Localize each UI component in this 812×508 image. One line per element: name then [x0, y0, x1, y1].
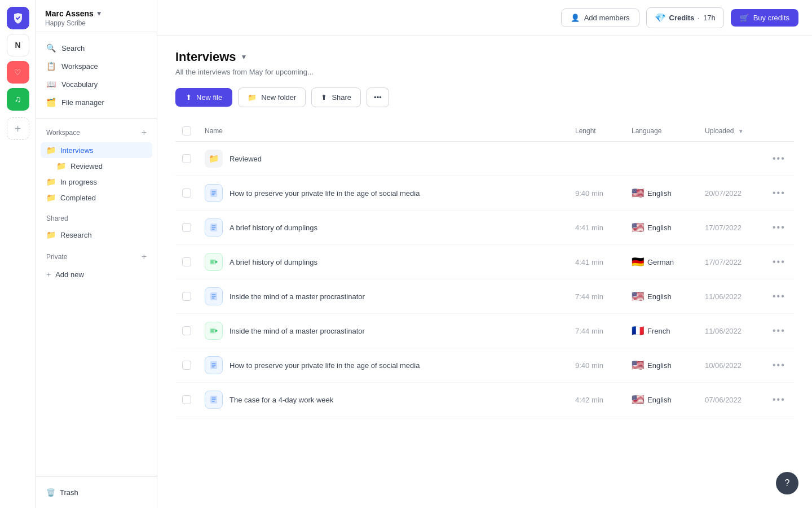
row-more-button[interactable]: •••: [773, 188, 787, 198]
new-folder-button[interactable]: 📁 New folder: [238, 87, 306, 107]
language-name: English: [647, 396, 672, 404]
row-checkbox[interactable]: [182, 292, 191, 301]
private-add-button[interactable]: +: [142, 252, 147, 262]
page-title-row: Interviews ▼: [175, 50, 794, 64]
more-options-button[interactable]: •••: [367, 87, 389, 107]
row-checkbox[interactable]: [182, 154, 191, 163]
tree-item-in-progress[interactable]: 📁 In progress: [41, 174, 152, 190]
table-row[interactable]: Inside the mind of a master procrastinat…: [175, 314, 794, 348]
sidebar: Marc Assens ▼ Happy Scribe 🔍 Search 📋 Wo…: [36, 0, 157, 508]
trash-icon: 🗑️: [46, 488, 55, 497]
new-file-button[interactable]: ⬆ New file: [175, 88, 232, 107]
col-header-name: Name: [198, 121, 568, 142]
language-name: English: [647, 292, 672, 301]
airbnb-app-icon[interactable]: ♡: [7, 61, 29, 84]
credits-badge[interactable]: 💎 Credits · 17h: [646, 7, 724, 28]
row-more-button[interactable]: •••: [773, 154, 787, 164]
main-content: 👤 Add members 💎 Credits · 17h 🛒 Buy cred…: [157, 0, 812, 508]
file-length: 9:40 min: [568, 348, 625, 383]
file-uploaded-date: 11/06/2022: [698, 314, 766, 348]
add-new-icon: +: [46, 270, 51, 279]
sidebar-item-file-manager[interactable]: 🗂️ File manager: [41, 93, 152, 111]
table-row[interactable]: The case for a 4-day work week4:42 min🇺🇸…: [175, 383, 794, 417]
table-row[interactable]: A brief history of dumplings4:41 min🇺🇸En…: [175, 211, 794, 245]
file-name: How to preserve your private life in the…: [230, 361, 420, 370]
page-title: Interviews: [175, 50, 236, 64]
row-more-button[interactable]: •••: [773, 222, 787, 233]
row-more-button[interactable]: •••: [773, 326, 787, 336]
buy-credits-button[interactable]: 🛒 Buy credits: [731, 9, 798, 27]
user-subtitle: Happy Scribe: [45, 19, 148, 27]
tree-item-research[interactable]: 📁 Research: [41, 227, 152, 243]
language-name: English: [647, 361, 672, 370]
spotify-app-icon[interactable]: ♫: [7, 88, 29, 111]
notion-app-icon[interactable]: N: [7, 34, 29, 56]
user-name[interactable]: Marc Assens ▼: [45, 9, 148, 18]
language-name: German: [647, 258, 674, 266]
file-length: 4:41 min: [568, 245, 625, 279]
header: 👤 Add members 💎 Credits · 17h 🛒 Buy cred…: [157, 0, 812, 36]
share-button[interactable]: ⬆ Share: [311, 87, 361, 107]
row-more-button[interactable]: •••: [773, 257, 787, 267]
row-more-button[interactable]: •••: [773, 360, 787, 370]
file-name: How to preserve your private life in the…: [230, 189, 420, 198]
table-row[interactable]: How to preserve your private life in the…: [175, 176, 794, 211]
help-button[interactable]: ?: [776, 472, 798, 494]
table-row[interactable]: Inside the mind of a master procrastinat…: [175, 279, 794, 314]
file-name: A brief history of dumplings: [230, 258, 317, 266]
folder-icon: 📁: [46, 193, 56, 202]
language-name: English: [647, 189, 672, 198]
table-row[interactable]: 📁Reviewed•••: [175, 142, 794, 176]
sidebar-item-workspace[interactable]: 📋 Workspace: [41, 57, 152, 75]
select-all-checkbox[interactable]: [182, 126, 191, 135]
workspace-icon: 📋: [46, 62, 56, 71]
content-area: Interviews ▼ All the interviews from May…: [157, 36, 812, 508]
row-more-button[interactable]: •••: [773, 291, 787, 301]
video-icon: [205, 322, 223, 340]
row-checkbox[interactable]: [182, 395, 191, 404]
add-app-button[interactable]: +: [7, 117, 29, 140]
file-length: 7:44 min: [568, 314, 625, 348]
tree-item-completed[interactable]: 📁 Completed: [41, 190, 152, 205]
language-flag: 🇺🇸: [632, 393, 644, 406]
add-members-button[interactable]: 👤 Add members: [561, 8, 639, 27]
sidebar-item-workspace-label: Workspace: [61, 62, 98, 71]
workspace-add-button[interactable]: +: [142, 128, 147, 138]
add-new-item[interactable]: + Add new: [41, 266, 152, 282]
shared-section-header: Shared: [41, 212, 152, 225]
row-checkbox[interactable]: [182, 189, 191, 198]
files-table: Name Lenght Language Uploaded ▼ 📁Reviewe…: [175, 121, 794, 417]
doc-icon: [205, 218, 223, 237]
tree-item-reviewed[interactable]: 📁 Reviewed: [41, 158, 152, 174]
sidebar-item-vocabulary[interactable]: 📖 Vocabulary: [41, 75, 152, 93]
folder-icon: 📁: [205, 150, 223, 168]
toolbar: ⬆ New file 📁 New folder ⬆ Share •••: [175, 87, 794, 107]
table-row[interactable]: How to preserve your private life in the…: [175, 348, 794, 383]
search-icon: 🔍: [46, 43, 56, 52]
sidebar-item-search[interactable]: 🔍 Search: [41, 39, 152, 57]
sort-icon: ▼: [738, 128, 744, 134]
table-row[interactable]: A brief history of dumplings4:41 min🇩🇪Ge…: [175, 245, 794, 279]
row-checkbox[interactable]: [182, 326, 191, 335]
file-uploaded-date: 17/07/2022: [698, 211, 766, 245]
app-logo[interactable]: [7, 7, 29, 29]
row-checkbox[interactable]: [182, 361, 191, 370]
page-title-chevron-icon[interactable]: ▼: [241, 53, 248, 61]
row-checkbox[interactable]: [182, 257, 191, 266]
sidebar-item-search-label: Search: [61, 44, 85, 52]
file-uploaded-date: 07/06/2022: [698, 383, 766, 417]
file-length: 9:40 min: [568, 176, 625, 211]
file-uploaded-date: 17/07/2022: [698, 245, 766, 279]
cart-icon: 🛒: [740, 14, 749, 22]
folder-icon: 📁: [46, 230, 56, 239]
file-length: 4:42 min: [568, 383, 625, 417]
trash-item[interactable]: 🗑️ Trash: [41, 484, 152, 501]
tree-item-interviews[interactable]: 📁 Interviews: [41, 142, 152, 158]
row-checkbox[interactable]: [182, 223, 191, 232]
folder-icon: 📁: [56, 161, 66, 170]
add-members-icon: 👤: [571, 14, 580, 22]
doc-icon: [205, 184, 223, 202]
row-more-button[interactable]: •••: [773, 395, 787, 405]
sidebar-user-section: Marc Assens ▼ Happy Scribe: [36, 0, 157, 32]
svg-marker-6: [215, 329, 218, 332]
